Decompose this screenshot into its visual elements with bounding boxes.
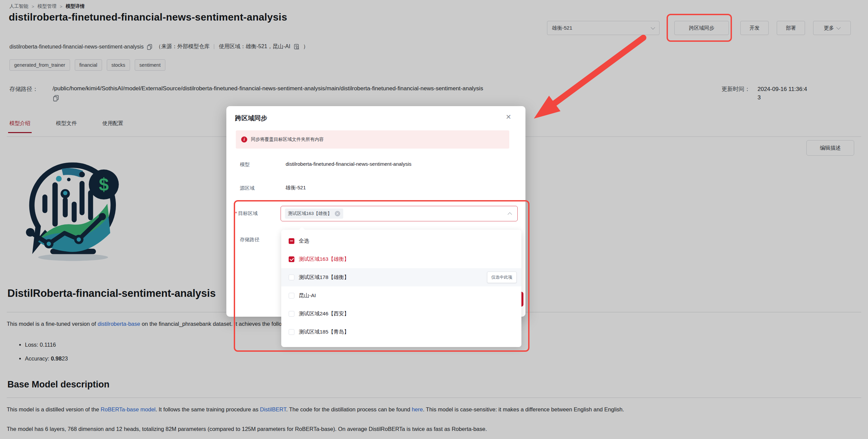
option-label: 测试区域178【雄衡】: [299, 274, 349, 281]
target-region-label-text: 目标区域: [238, 211, 258, 216]
source-region-value: 雄衡-521: [286, 185, 306, 191]
option-select-all[interactable]: 全选: [281, 232, 521, 250]
target-region-select[interactable]: 测试区域163【雄衡】 ✕: [281, 206, 518, 221]
option-kunshan-ai[interactable]: 昆山-AI: [281, 286, 521, 304]
option-label: 昆山-AI: [299, 292, 316, 299]
close-icon[interactable]: ✕: [505, 113, 511, 121]
warning-text: 同步将覆盖目标区域文件夹所有内容: [251, 137, 324, 143]
remove-tag-icon[interactable]: ✕: [335, 211, 340, 216]
checkbox-checked[interactable]: [289, 256, 294, 262]
warning-info-icon: i: [241, 137, 247, 143]
source-region-label: 源区域: [240, 185, 255, 192]
checkbox-unchecked[interactable]: [289, 329, 294, 335]
option-region-185[interactable]: 测试区域185【青岛】: [281, 323, 521, 341]
option-region-246[interactable]: 测试区域246【西安】: [281, 304, 521, 323]
modal-title: 跨区域同步: [235, 114, 267, 123]
checkbox-indeterminate[interactable]: [289, 238, 294, 244]
checkbox-unchecked[interactable]: [289, 293, 294, 298]
selected-region-tag: 测试区域163【雄衡】 ✕: [285, 209, 343, 219]
option-label: 测试区域163【雄衡】: [299, 256, 349, 263]
target-region-label: *目标区域: [235, 210, 258, 217]
only-select-this-button[interactable]: 仅选中此项: [487, 271, 517, 283]
model-field-label: 模型: [240, 162, 250, 168]
warning-banner: i 同步将覆盖目标区域文件夹所有内容: [236, 130, 509, 149]
option-region-163[interactable]: 测试区域163【雄衡】: [281, 250, 521, 268]
checkbox-unchecked[interactable]: [289, 311, 294, 317]
option-region-178[interactable]: 测试区域178【雄衡】 仅选中此项: [281, 268, 521, 286]
option-label: 测试区域185【青岛】: [299, 328, 349, 335]
option-label: 测试区域246【西安】: [299, 310, 349, 317]
chevron-up-icon: [507, 212, 512, 217]
required-asterisk: *: [235, 211, 237, 216]
model-field-value: distilroberta-finetuned-financial-news-s…: [286, 161, 412, 167]
checkbox-unchecked[interactable]: [289, 274, 294, 280]
selected-region-tag-label: 测试区域163【雄衡】: [288, 211, 332, 217]
modal-storage-path-label: 存储路径: [240, 236, 259, 243]
target-region-dropdown: 全选 测试区域163【雄衡】 测试区域178【雄衡】 仅选中此项 昆山-AI 测…: [281, 230, 521, 347]
option-label: 全选: [299, 237, 309, 244]
